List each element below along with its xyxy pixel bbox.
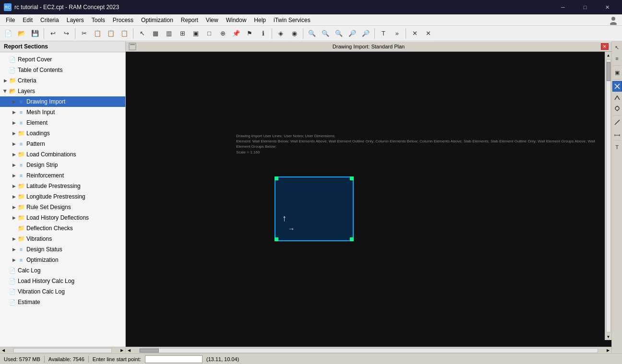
new-button[interactable]: 📄 [2, 27, 14, 40]
tree-item-longitude-prestressing[interactable]: ▶ 📁 Longitude Prestressing [0, 191, 125, 202]
tree-item-vibrations[interactable]: ▶ 📁 Vibrations [0, 234, 125, 244]
arrow-load-history-deflections[interactable]: ▶ [11, 214, 17, 221]
rt-layers-button[interactable]: ▣ [612, 67, 622, 78]
target-button[interactable]: ⊕ [216, 27, 229, 40]
arrow-design-strip[interactable]: ▶ [11, 162, 17, 168]
tree-item-criteria[interactable]: ▶ 📁 Criteria [0, 75, 125, 86]
rt-measure-button[interactable] [612, 92, 622, 103]
tree-item-mesh-input[interactable]: ▶ ≡ Mesh Input [0, 107, 125, 117]
arrow-drawing-import[interactable]: ▶ [11, 98, 17, 105]
menu-help[interactable]: Help [250, 15, 270, 25]
zoom-prev-button[interactable]: 🔎 [359, 27, 372, 40]
left-hscroll-right-arrow[interactable]: ▶ [119, 347, 125, 354]
arrow-optimization[interactable]: ▶ [11, 257, 17, 263]
rt-filter-button[interactable]: ≡ [612, 53, 622, 64]
tree-item-vibration-calc-log[interactable]: ▶ 📄 Vibration Calc Log [0, 286, 125, 297]
arrow-reinforcement[interactable]: ▶ [11, 172, 17, 179]
pin-button[interactable]: 📌 [230, 27, 242, 40]
tree-item-reinforcement[interactable]: ▶ ≡ Reinforcement [0, 170, 125, 181]
status-input[interactable] [145, 355, 203, 363]
tree-item-load-history-calc-log[interactable]: ▶ 📄 Load History Calc Log [0, 276, 125, 286]
more-button[interactable]: » [391, 27, 403, 40]
menu-tools[interactable]: Tools [88, 15, 109, 25]
info-button[interactable]: ℹ [257, 27, 269, 40]
zoom-fit-button[interactable]: 🔍 [333, 27, 345, 40]
hscroll-right-arrow[interactable]: ▶ [605, 347, 611, 354]
tree-item-calc-log[interactable]: ▶ 📄 Calc Log [0, 265, 125, 276]
table-button[interactable]: ⊞ [176, 27, 189, 40]
arrow-vibrations[interactable]: ▶ [11, 235, 17, 242]
rt-active-button[interactable] [612, 81, 622, 92]
left-hscroll-left-arrow[interactable]: ◀ [0, 347, 7, 354]
tree-item-pattern[interactable]: ▶ ≡ Pattern [0, 139, 125, 149]
menu-view[interactable]: View [202, 15, 222, 25]
arrow-latitude-prestressing[interactable]: ▶ [11, 183, 17, 189]
rt-dim-button[interactable] [612, 128, 622, 139]
grid-button[interactable]: ▦ [149, 27, 162, 40]
menu-optimization[interactable]: Optimization [137, 15, 177, 25]
menu-process[interactable]: Process [109, 15, 137, 25]
hscroll-thumb[interactable] [140, 349, 159, 352]
rt-snap-button[interactable] [612, 103, 622, 114]
vscroll-down-arrow[interactable]: ▼ [605, 333, 612, 340]
tree-item-latitude-prestressing[interactable]: ▶ 📁 Latitude Prestressing [0, 181, 125, 191]
arrow-design-status[interactable]: ▶ [11, 246, 17, 253]
menu-itwin[interactable]: iTwin Services [270, 15, 314, 25]
rt-text-button[interactable]: T [612, 142, 622, 153]
copy-button[interactable]: 📋 [91, 27, 104, 40]
tree-item-optimization[interactable]: ▶ ≡ Optimization [0, 255, 125, 265]
open-button[interactable]: 📂 [15, 27, 28, 40]
zoom-in-button[interactable]: 🔍 [319, 27, 332, 40]
zoom-out-button[interactable]: 🔍 [306, 27, 318, 40]
tree-item-rule-set-designs[interactable]: ▶ 📁 Rule Set Designs [0, 202, 125, 212]
drawing-viewport[interactable]: Drawing Import User Lines; User Notes; U… [126, 52, 611, 347]
tree-item-loadings[interactable]: ▶ 📁 Loadings [0, 128, 125, 139]
paste-special-button[interactable]: 📋 [118, 27, 131, 40]
tree-item-layers[interactable]: ▶ 📂 Layers [0, 86, 125, 96]
paste-button[interactable]: 📋 [105, 27, 117, 40]
redo-button[interactable]: ↪ [60, 27, 72, 40]
zoom-window-button[interactable]: 🔎 [346, 27, 359, 40]
hscroll-left-arrow[interactable]: ◀ [126, 347, 132, 354]
arrow-load-combinations[interactable]: ▶ [11, 151, 17, 158]
diamond-button[interactable]: ◈ [275, 27, 287, 40]
menu-report[interactable]: Report [177, 15, 202, 25]
tree-item-element[interactable]: ▶ ≡ Element [0, 117, 125, 128]
close-all-button[interactable]: ✕ [422, 27, 434, 40]
save-button[interactable]: 💾 [29, 27, 41, 40]
tree-item-toc[interactable]: ▶ 📄 Table of Contents [0, 65, 125, 75]
rt-cursor-button[interactable]: ↖ [612, 42, 622, 53]
arrow-element[interactable]: ▶ [11, 119, 17, 126]
tree-item-estimate[interactable]: ▶ 📄 Estimate [0, 297, 125, 307]
tree-item-load-combinations[interactable]: ▶ 📁 Load Combinations [0, 149, 125, 160]
minimize-button[interactable]: ─ [552, 0, 574, 14]
text-button[interactable]: T [377, 27, 390, 40]
arrow-rule-set-designs[interactable]: ▶ [11, 204, 17, 211]
undo-button[interactable]: ↩ [47, 27, 59, 40]
flag-button[interactable]: ⚑ [243, 27, 256, 40]
arrow-criteria[interactable]: ▶ [2, 77, 9, 84]
menu-window[interactable]: Window [222, 15, 251, 25]
close-panel-button[interactable]: ✕ [408, 27, 421, 40]
menu-criteria[interactable]: Criteria [36, 15, 63, 25]
vscroll-up-arrow[interactable]: ▲ [605, 52, 612, 59]
arrow-layers[interactable]: ▶ [2, 88, 9, 94]
vscroll-thumb[interactable] [607, 62, 610, 81]
menu-edit[interactable]: Edit [19, 15, 36, 25]
user-icon[interactable] [607, 15, 620, 25]
rt-line-button[interactable] [612, 117, 622, 128]
tree-item-deflection-checks[interactable]: ▶ 📁 Deflection Checks [0, 223, 125, 234]
menu-layers[interactable]: Layers [63, 15, 88, 25]
tree-item-report-cover[interactable]: ▶ 📄 Report Cover [0, 54, 125, 65]
tree-item-load-history-deflections[interactable]: ▶ 📁 Load History Deflections [0, 212, 125, 223]
grid2-button[interactable]: ▥ [163, 27, 175, 40]
calc-button[interactable]: ▣ [190, 27, 202, 40]
arrow-longitude-prestressing[interactable]: ▶ [11, 193, 17, 200]
arrow-loadings[interactable]: ▶ [11, 130, 17, 137]
tree-item-design-strip[interactable]: ▶ ≡ Design Strip [0, 160, 125, 170]
canvas-close-button[interactable]: ✕ [601, 43, 609, 50]
arrow-pattern[interactable]: ▶ [11, 141, 17, 147]
maximize-button[interactable]: □ [574, 0, 596, 14]
arrow-mesh-input[interactable]: ▶ [11, 109, 17, 116]
circle-button[interactable]: ◉ [288, 27, 300, 40]
